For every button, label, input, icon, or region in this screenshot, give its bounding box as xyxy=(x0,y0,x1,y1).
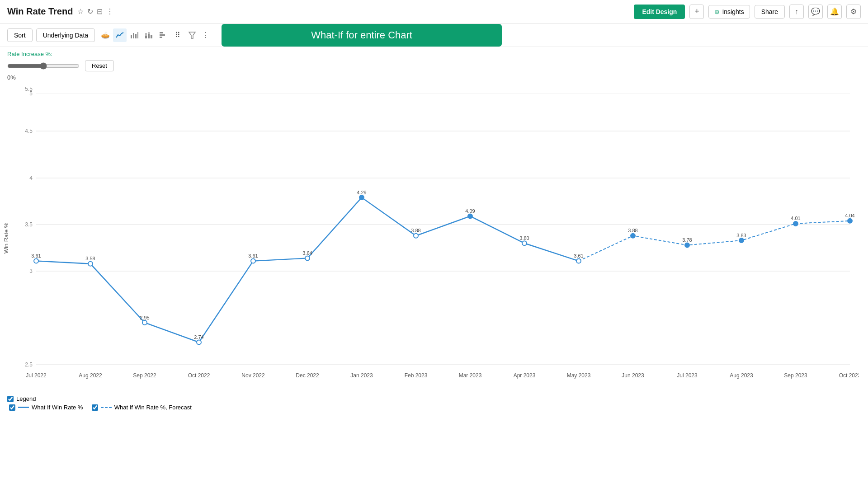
svg-rect-0 xyxy=(131,35,132,38)
stacked-bar-icon[interactable] xyxy=(142,28,156,42)
more-options-icon[interactable]: ⋮ xyxy=(106,7,113,16)
rate-label: Rate Increase %: xyxy=(7,51,861,57)
data-point-5[interactable] xyxy=(305,256,310,260)
legend-area: Legend What If Win Rate % What If Win Ra… xyxy=(0,392,868,413)
svg-text:3.61: 3.61 xyxy=(31,253,41,258)
y-axis-label: Win Rate % xyxy=(3,222,9,253)
line-chart-icon[interactable] xyxy=(113,28,127,42)
svg-text:Oct 2022: Oct 2022 xyxy=(188,372,210,379)
svg-text:3.64: 3.64 xyxy=(302,250,312,256)
data-point-0[interactable] xyxy=(34,259,38,263)
alert-icon[interactable]: 🔔 xyxy=(827,5,842,19)
data-point-13[interactable] xyxy=(739,238,744,243)
share-button[interactable]: Share xyxy=(755,5,785,19)
svg-rect-3 xyxy=(137,32,138,38)
data-point-1[interactable] xyxy=(88,262,93,266)
data-point-6[interactable] xyxy=(359,195,364,200)
underlying-data-button[interactable]: Underlying Data xyxy=(36,28,95,42)
data-point-7[interactable] xyxy=(414,234,418,238)
dashed-line xyxy=(579,221,850,261)
svg-text:3.61: 3.61 xyxy=(574,253,583,258)
data-point-9[interactable] xyxy=(522,241,527,245)
reset-button[interactable]: Reset xyxy=(85,60,114,71)
win-rate-legend-label: What If Win Rate % xyxy=(32,404,83,411)
win-rate-checkbox[interactable] xyxy=(9,404,15,411)
svg-text:2.74: 2.74 xyxy=(194,334,203,340)
svg-rect-9 xyxy=(160,32,163,33)
svg-rect-11 xyxy=(160,37,162,38)
settings-icon[interactable]: ⚙ xyxy=(846,5,861,19)
insights-icon: ⊕ xyxy=(714,8,720,15)
svg-text:3.83: 3.83 xyxy=(736,233,746,238)
svg-text:4.29: 4.29 xyxy=(357,190,366,195)
solid-line xyxy=(36,197,579,342)
insights-button[interactable]: ⊕ Insights xyxy=(708,5,750,19)
comment-icon[interactable]: 💬 xyxy=(808,5,823,19)
data-point-11[interactable] xyxy=(631,234,635,238)
rate-slider[interactable] xyxy=(7,62,80,70)
svg-text:4: 4 xyxy=(29,175,33,181)
data-point-4[interactable] xyxy=(251,259,255,263)
svg-text:Nov 2022: Nov 2022 xyxy=(241,372,265,379)
upload-icon[interactable]: ↑ xyxy=(789,5,804,19)
legend-checkbox[interactable] xyxy=(7,396,14,402)
svg-text:Jul 2023: Jul 2023 xyxy=(677,372,698,379)
svg-text:3.88: 3.88 xyxy=(628,228,637,233)
scatter-icon[interactable]: ⠿ xyxy=(171,28,184,42)
horizontal-bar-icon[interactable] xyxy=(156,28,170,42)
svg-text:4.01: 4.01 xyxy=(791,216,800,221)
svg-text:3.80: 3.80 xyxy=(519,235,529,241)
svg-text:Apr 2023: Apr 2023 xyxy=(514,372,536,379)
svg-text:Mar 2023: Mar 2023 xyxy=(459,372,482,379)
legend-label: Legend xyxy=(16,395,36,402)
data-point-14[interactable] xyxy=(793,221,798,226)
svg-text:Jan 2023: Jan 2023 xyxy=(350,372,373,379)
svg-text:3: 3 xyxy=(29,268,33,274)
svg-text:Jun 2023: Jun 2023 xyxy=(622,372,644,379)
data-point-12[interactable] xyxy=(685,243,689,248)
svg-rect-2 xyxy=(135,34,137,38)
add-button[interactable]: + xyxy=(689,5,704,19)
refresh-icon[interactable]: ↻ xyxy=(87,7,93,16)
svg-text:3.78: 3.78 xyxy=(682,237,692,243)
svg-text:Oct 2023: Oct 2023 xyxy=(839,372,859,379)
data-point-2[interactable] xyxy=(142,320,147,325)
svg-text:Sep 2022: Sep 2022 xyxy=(133,372,156,379)
svg-text:Feb 2023: Feb 2023 xyxy=(405,372,428,379)
svg-text:3.5: 3.5 xyxy=(25,221,33,228)
svg-text:3.88: 3.88 xyxy=(411,228,420,233)
svg-text:5.5: 5.5 xyxy=(25,86,33,92)
data-point-10[interactable] xyxy=(576,259,581,263)
svg-rect-5 xyxy=(145,33,147,36)
svg-text:Sep 2023: Sep 2023 xyxy=(784,372,807,379)
svg-text:4.09: 4.09 xyxy=(465,208,475,214)
data-point-15[interactable] xyxy=(848,219,852,223)
svg-text:Dec 2022: Dec 2022 xyxy=(296,372,319,379)
star-icon[interactable]: ☆ xyxy=(77,7,84,16)
svg-text:4.04: 4.04 xyxy=(845,213,854,218)
svg-rect-6 xyxy=(148,34,150,38)
forecast-legend-label: What If Win Rate %, Forecast xyxy=(114,404,192,411)
svg-text:Jul 2022: Jul 2022 xyxy=(26,372,47,379)
bar-chart-icon[interactable] xyxy=(127,28,141,42)
percent-display: 0% xyxy=(7,74,861,81)
save-icon[interactable]: ⊟ xyxy=(97,7,103,16)
forecast-checkbox[interactable] xyxy=(92,404,98,411)
chart-container: Win Rate % 2.5 3 3.5 4 4.5 5 5.5 5.5 xyxy=(0,84,868,392)
data-point-3[interactable] xyxy=(197,340,201,344)
controls-area: Rate Increase %: Reset 0% xyxy=(0,47,868,84)
svg-text:4.5: 4.5 xyxy=(25,128,33,134)
sort-button[interactable]: Sort xyxy=(7,28,33,42)
svg-text:Aug 2022: Aug 2022 xyxy=(79,372,102,379)
pie-chart-icon[interactable]: 🥧 xyxy=(99,28,112,42)
funnel-icon[interactable] xyxy=(185,28,199,42)
svg-text:May 2023: May 2023 xyxy=(567,372,591,379)
svg-rect-8 xyxy=(151,35,152,38)
what-if-banner: What-If for entire Chart xyxy=(222,24,502,47)
dashed-legend-line xyxy=(101,407,112,408)
svg-text:3.58: 3.58 xyxy=(85,256,95,261)
svg-rect-10 xyxy=(160,34,165,36)
chart-type-more-button[interactable]: ⋮ xyxy=(200,29,211,41)
data-point-8[interactable] xyxy=(468,214,472,218)
edit-design-button[interactable]: Edit Design xyxy=(634,5,685,19)
